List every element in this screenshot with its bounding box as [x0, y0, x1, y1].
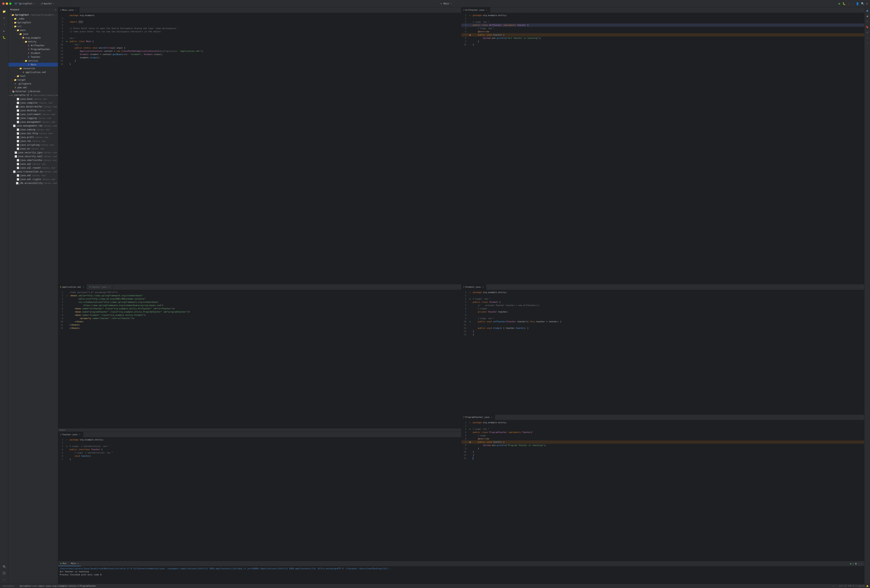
breadcrumb-item[interactable]: CProgramTeacher [78, 585, 96, 587]
tree-item-java-se[interactable]: ⬜ java.se library root [8, 147, 58, 151]
code-area-student[interactable]: 1 ✓ package org.example.entity; 2 3 ⊙ 4 … [462, 290, 864, 414]
tab-close-main[interactable]: × [74, 9, 77, 12]
tab-close[interactable]: × [481, 286, 484, 288]
encoding[interactable]: UTF-8 [848, 585, 854, 587]
tab-app-xml[interactable]: X application.xml × [58, 284, 87, 290]
scroll-btn[interactable]: ↓ [858, 562, 860, 565]
breadcrumb-item[interactable]: entity [69, 585, 76, 587]
code-area-appxml[interactable]: 1 <?xml version="1.0" encoding="UTF-8"?>… [58, 290, 461, 428]
tree-item-org-example[interactable]: ▾ 📦 org.example [8, 36, 58, 40]
tab-teacher-java[interactable]: J Teacher.java × [87, 284, 112, 290]
debug-left-icon[interactable]: 🐛 [1, 35, 7, 40]
tree-item-service[interactable]: ▾ 📁 service [8, 59, 58, 63]
tree-item-java-base[interactable]: ⬜ java.base library root [8, 97, 58, 101]
project-icon[interactable]: 📁 [1, 9, 7, 14]
tree-item-jdk-accessibility[interactable]: ⬜ jdk.accessibility library root [8, 181, 58, 185]
tab-close[interactable]: × [490, 416, 493, 419]
tree-item-java-management[interactable]: ⬜ java.management library root [8, 120, 58, 124]
tab-menu[interactable]: ⋮ [456, 286, 461, 288]
tree-item-target[interactable]: ▸ 📁 target [8, 78, 58, 82]
tree-item-java-transaction-xa[interactable]: ⬜ java.transaction.xa library root [8, 170, 58, 174]
warnings-icon[interactable]: ✓ ⚠ [832, 585, 834, 587]
terminal-icon[interactable]: ⬛ [1, 570, 7, 576]
more-right-icon[interactable]: ⋯ [865, 41, 869, 45]
rerun-btn[interactable]: ↺ [852, 562, 854, 565]
tab-program-teacher[interactable]: J ProgramTeacher.java × [462, 414, 495, 420]
tab-menu[interactable]: ⋮ [859, 416, 864, 419]
m-icon[interactable]: m [865, 14, 869, 18]
tree-item-idea[interactable]: ▸ 📁 .idea [8, 17, 58, 21]
panel-settings-icon[interactable]: ⋮ [860, 562, 863, 565]
tree-item-gitignore[interactable]: ⊙ .gitignore [8, 82, 58, 86]
tree-item-java-sql[interactable]: ⬜ java.sql library root [8, 162, 58, 166]
tab-menu[interactable]: ⋮ [859, 9, 864, 11]
code-area-main[interactable]: package org.example; 2 3 import ··· 4 [58, 13, 461, 284]
tree-item-java-naming[interactable]: ⬜ java.naming library root [8, 128, 58, 132]
more-tools-icon[interactable]: ⋯ [1, 577, 7, 582]
tab-art-teacher[interactable]: J ArtTeacher.java × [462, 7, 490, 13]
tree-item-java-security-jgss[interactable]: ⬜ java.security.jgss library root [8, 151, 58, 154]
breadcrumb-item[interactable]: main [39, 585, 44, 587]
git-status[interactable]: ⑂ SpringTest [1, 585, 15, 587]
tree-item-java-rmi[interactable]: ⬜ java.rmi library root [8, 139, 58, 143]
branch-name[interactable]: master [44, 2, 52, 5]
tree-item-art-teacher[interactable]: C ArtTeacher [8, 44, 58, 48]
tab-menu[interactable]: ⋮ [456, 434, 461, 436]
tree-item-springtest[interactable]: ▾ 📂 SpringTest ~/Desktop/CS/JavaEE/2... [8, 13, 58, 17]
tree-item-app-xml[interactable]: X application.xml [8, 70, 58, 74]
tree-item-main[interactable]: ▾ 📁 main [8, 28, 58, 32]
tree-item-java-logging[interactable]: ⬜ java.logging library root [8, 116, 58, 120]
tree-item-teacher[interactable]: I Teacher [8, 55, 58, 59]
tab-menu[interactable]: ⋮ [859, 286, 864, 288]
tree-item-student[interactable]: C Student [8, 51, 58, 55]
tab-main-java[interactable]: J Main.java × [58, 7, 79, 13]
line-ending[interactable]: LF [845, 585, 847, 587]
tree-item-test[interactable]: ▸ 📁 test [8, 74, 58, 78]
settings-icon[interactable]: ⚙ [866, 2, 868, 5]
tab-teacher[interactable]: J Teacher.java × [58, 432, 83, 437]
tree-item-java-smartcardio[interactable]: ⬜ java.smartcardio library root [8, 158, 58, 162]
stop-btn[interactable]: ⏹ [855, 562, 857, 565]
tree-item-src[interactable]: ▾ 📁 src [8, 24, 58, 28]
tree-item-java-sql-rowset[interactable]: ⬜ java.sql.rowset library root [8, 166, 58, 170]
run-icon[interactable]: ▶ [839, 2, 840, 5]
breadcrumb-item[interactable]: SpringTest [19, 585, 31, 587]
tree-item-external-libs[interactable]: ▾ 📚 External Libraries [8, 89, 58, 93]
debug-icon[interactable]: 🐛 [842, 2, 846, 5]
commit-icon[interactable]: ⊕ [1, 15, 7, 21]
tree-item-java-security-sasl[interactable]: ⬜ java.security.sasl library root [8, 154, 58, 158]
tree-item-pom[interactable]: X pom.xml [8, 86, 58, 89]
tree-item-java-xml[interactable]: ⬜ java.xml library root [8, 174, 58, 177]
close-button[interactable] [2, 3, 4, 5]
tab-menu-main[interactable]: ⋮ [456, 9, 461, 11]
sidebar-menu-icon[interactable]: ⚙ [55, 8, 56, 11]
tree-item-java-datatransfer[interactable]: ⬜ java.datatransfer library root [8, 105, 58, 108]
user-icon[interactable]: 👤 [856, 2, 859, 5]
structure-icon[interactable]: ≡ [865, 30, 869, 34]
tree-item-resources[interactable]: ▾ 📁 resources [8, 67, 58, 70]
problems-icon[interactable]: ⚠ [865, 36, 869, 40]
search-icon[interactable]: 🔍 [861, 2, 864, 5]
tree-item-entity[interactable]: ▾ 📁 entity [8, 40, 58, 44]
breadcrumb-item[interactable]: org [53, 585, 57, 587]
code-area-program-teacher[interactable]: 1 ✓ package org.example.entity; 2 3 ⊙ 1 … [462, 420, 864, 561]
tree-item-java-desktop[interactable]: ⬜ java.desktop library root [8, 108, 58, 112]
tree-item-java-xml-crypto[interactable]: ⬜ java.xml.crypto library root [8, 177, 58, 181]
indent-setting[interactable]: 4 spaces [855, 585, 865, 587]
tab-student[interactable]: J Student.java × [462, 284, 486, 290]
tree-item-java-instrument[interactable]: ⬜ java.instrument library root [8, 112, 58, 116]
vcs-icon[interactable]: ⑂ [1, 22, 7, 27]
tree-item-java-net-http[interactable]: ⬜ java.net.http library root [8, 132, 58, 135]
notifications-status[interactable]: 🔔 [866, 585, 869, 587]
tree-item-program-teacher[interactable]: C ProgramTeacher [8, 48, 58, 51]
bookmarks-icon[interactable]: 🔖 [865, 25, 869, 29]
more-icon[interactable]: ⋮ [848, 2, 850, 5]
notifications-icon[interactable] [865, 9, 869, 13]
play-run-btn[interactable]: ▶ [850, 562, 852, 565]
tab-close[interactable]: × [485, 9, 488, 12]
breadcrumb-item[interactable]: src [33, 585, 37, 587]
tab-close[interactable]: × [79, 433, 81, 436]
vcs-right-icon[interactable]: ⑂ [865, 19, 869, 24]
run-config[interactable]: Main [444, 2, 449, 5]
breadcrumb-item[interactable]: example [59, 585, 67, 587]
